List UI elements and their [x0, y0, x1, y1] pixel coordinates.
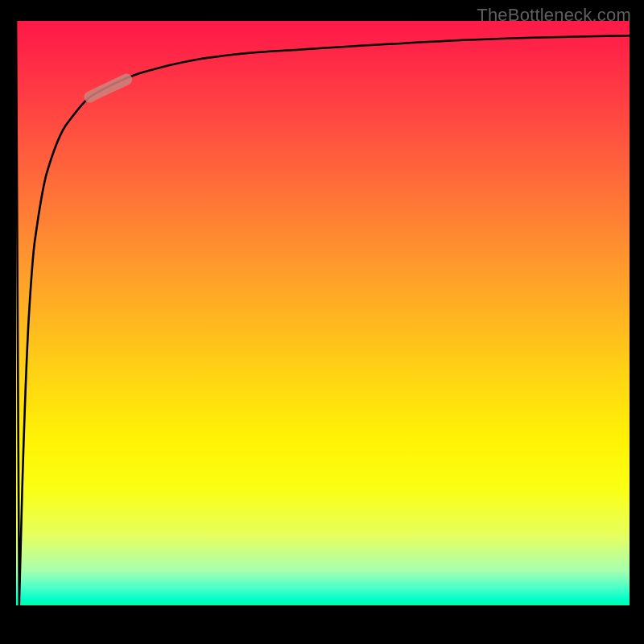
watermark-text: TheBottleneck.com — [477, 5, 631, 26]
plot-area — [16, 21, 630, 605]
curve-layer — [16, 21, 630, 605]
marker-segment — [89, 80, 126, 97]
chart-container: TheBottleneck.com — [0, 0, 644, 644]
main-curve-path — [16, 21, 630, 605]
